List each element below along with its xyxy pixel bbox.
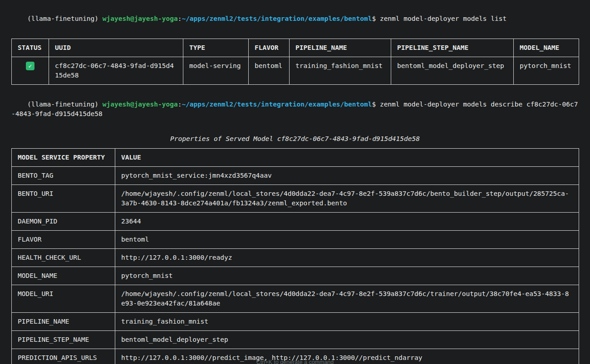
table-header-row: MODEL SERVICE PROPERTY VALUE: [12, 149, 579, 167]
table-row: PIPELINE_STEP_NAME bentoml_model_deploye…: [12, 331, 579, 349]
property-cell: DAEMON_PID: [12, 213, 115, 231]
property-cell: PIPELINE_STEP_NAME: [12, 331, 115, 349]
property-cell: FLAVOR: [12, 231, 115, 249]
flavor-cell: bentoml: [249, 57, 290, 85]
command-palette-hint[interactable]: Ctrl+K to generate a command: [0, 359, 590, 364]
property-cell: BENTO_TAG: [12, 167, 115, 185]
value-cell: bentoml: [115, 231, 579, 249]
status-cell: ✓: [12, 57, 49, 85]
property-cell: MODEL_NAME: [12, 267, 115, 285]
table-row: FLAVOR bentoml: [12, 231, 579, 249]
property-cell: PIPELINE_NAME: [12, 313, 115, 331]
table-row: MODEL_URI /home/wjayesh/.config/zenml/lo…: [12, 285, 579, 313]
value-cell: training_fashion_mnist: [115, 313, 579, 331]
property-cell: HEALTH_CHECK_URL: [12, 249, 115, 267]
table-header-row: STATUS UUID TYPE FLAVOR PIPELINE_NAME PI…: [12, 39, 579, 57]
value-cell: /home/wjayesh/.config/zenml/local_stores…: [115, 185, 579, 213]
table-row: MODEL_NAME pytorch_mnist: [12, 267, 579, 285]
table-row: PIPELINE_NAME training_fashion_mnist: [12, 313, 579, 331]
prompt-dollar: $: [372, 101, 376, 108]
prompt-dollar: $: [372, 15, 376, 22]
column-header-value: VALUE: [115, 149, 579, 167]
prompt-line-1: (llama-finetuning) wjayesh@jayesh-yoga:~…: [11, 5, 579, 33]
model-properties-table: MODEL SERVICE PROPERTY VALUE BENTO_TAG p…: [11, 148, 579, 364]
venv-label: (llama-finetuning): [27, 101, 103, 108]
cwd-path: ~/apps/zenml2/tests/integration/examples…: [182, 15, 372, 22]
property-cell: BENTO_URI: [12, 185, 115, 213]
table-row: BENTO_URI /home/wjayesh/.config/zenml/lo…: [12, 185, 579, 213]
table-row: HEALTH_CHECK_URL http://127.0.0.1:3000/r…: [12, 249, 579, 267]
column-header-property: MODEL SERVICE PROPERTY: [12, 149, 115, 167]
table-row: ✓ cf8c27dc-06c7-4843-9fad-d915d415de58 m…: [12, 57, 579, 85]
status-success-icon: ✓: [26, 62, 34, 70]
property-cell: MODEL_URI: [12, 285, 115, 313]
prompt-line-2: (llama-finetuning) wjayesh@jayesh-yoga:~…: [11, 90, 579, 128]
type-cell: model-serving: [183, 57, 249, 85]
value-cell: bentoml_model_deployer_step: [115, 331, 579, 349]
value-cell: 23644: [115, 213, 579, 231]
venv-label: (llama-finetuning): [27, 15, 103, 22]
cwd-path: ~/apps/zenml2/tests/integration/examples…: [182, 101, 372, 108]
column-header-model-name: MODEL_NAME: [514, 39, 579, 57]
terminal-window: (llama-finetuning) wjayesh@jayesh-yoga:~…: [0, 0, 590, 364]
user-host: wjayesh@jayesh-yoga: [103, 15, 178, 22]
properties-title: Properties of Served Model cf8c27dc-06c7…: [11, 134, 579, 144]
table-row: DAEMON_PID 23644: [12, 213, 579, 231]
table-row: BENTO_TAG pytorch_mnist_service:jmn4xzd3…: [12, 167, 579, 185]
column-header-flavor: FLAVOR: [249, 39, 290, 57]
value-cell: pytorch_mnist_service:jmn4xzd3567q4aav: [115, 167, 579, 185]
column-header-uuid: UUID: [49, 39, 183, 57]
column-header-pipeline-step-name: PIPELINE_STEP_NAME: [391, 39, 514, 57]
command-text: zenml model-deployer models list: [376, 15, 506, 22]
value-cell: /home/wjayesh/.config/zenml/local_stores…: [115, 285, 579, 313]
user-host: wjayesh@jayesh-yoga: [103, 101, 178, 108]
uuid-cell: cf8c27dc-06c7-4843-9fad-d915d415de58: [49, 57, 183, 85]
value-cell: pytorch_mnist: [115, 267, 579, 285]
column-header-pipeline-name: PIPELINE_NAME: [290, 39, 391, 57]
column-header-status: STATUS: [12, 39, 49, 57]
pipeline-name-cell: training_fashion_mnist: [290, 57, 391, 85]
pipeline-step-name-cell: bentoml_model_deployer_step: [391, 57, 514, 85]
model-name-cell: pytorch_mnist: [514, 57, 579, 85]
value-cell: http://127.0.0.1:3000/readyz: [115, 249, 579, 267]
column-header-type: TYPE: [183, 39, 249, 57]
models-list-table: STATUS UUID TYPE FLAVOR PIPELINE_NAME PI…: [11, 39, 579, 85]
